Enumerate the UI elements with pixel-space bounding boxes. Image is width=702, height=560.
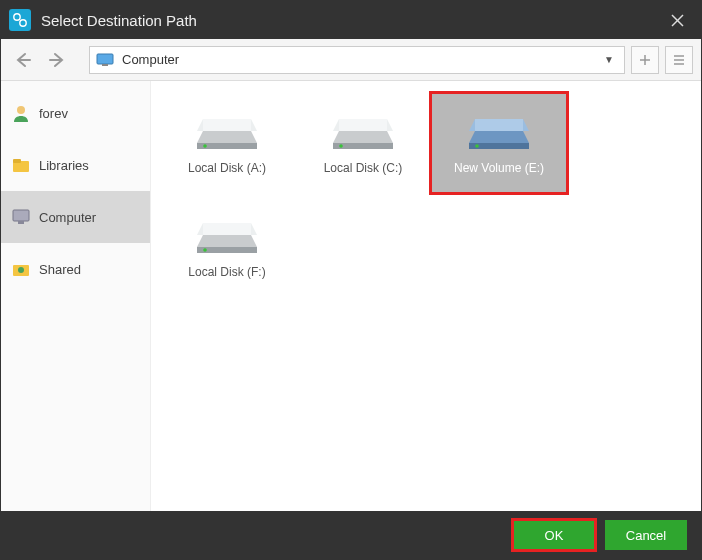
svg-rect-4: [97, 54, 113, 64]
sidebar-item-shared[interactable]: Shared: [1, 243, 150, 295]
path-text: Computer: [122, 52, 600, 67]
drive-label: Local Disk (F:): [188, 265, 265, 279]
svg-rect-14: [13, 210, 29, 221]
svg-marker-33: [197, 235, 257, 247]
main-area: forev Libraries Computer Shared: [1, 81, 701, 511]
new-folder-button[interactable]: [631, 46, 659, 74]
sidebar-item-computer[interactable]: Computer: [1, 191, 150, 243]
svg-rect-15: [18, 221, 24, 224]
cancel-button[interactable]: Cancel: [605, 520, 687, 550]
drive-label: New Volume (E:): [454, 161, 544, 175]
sidebar-item-label: Libraries: [39, 158, 89, 173]
drive-icon: [191, 201, 263, 257]
sidebar-item-libraries[interactable]: Libraries: [1, 139, 150, 191]
sidebar: forev Libraries Computer Shared: [1, 81, 151, 511]
arrow-left-icon: [13, 50, 33, 70]
window-title: Select Destination Path: [41, 12, 657, 29]
svg-marker-23: [333, 131, 393, 143]
libraries-icon: [11, 155, 31, 175]
close-icon: [671, 14, 684, 27]
titlebar: Select Destination Path: [1, 1, 701, 39]
drive-item-f[interactable]: Local Disk (F:): [159, 197, 295, 297]
svg-marker-28: [469, 131, 529, 143]
drive-label: Local Disk (C:): [324, 161, 403, 175]
svg-marker-35: [203, 223, 251, 235]
user-icon: [11, 103, 31, 123]
svg-rect-5: [102, 64, 108, 66]
svg-marker-18: [197, 131, 257, 143]
drive-item-c[interactable]: Local Disk (C:): [295, 93, 431, 193]
drive-item-e[interactable]: New Volume (E:): [431, 93, 567, 193]
svg-marker-25: [339, 119, 387, 131]
back-button[interactable]: [9, 46, 37, 74]
chevron-down-icon[interactable]: ▼: [600, 54, 618, 65]
svg-point-1: [20, 20, 26, 26]
sidebar-item-label: Computer: [39, 210, 96, 225]
ok-button[interactable]: OK: [513, 520, 595, 550]
svg-point-37: [203, 248, 207, 252]
svg-point-32: [475, 144, 479, 148]
drive-label: Local Disk (A:): [188, 161, 266, 175]
drive-icon: [191, 97, 263, 153]
drive-grid: Local Disk (A:) Local Disk (C:) New Volu…: [151, 81, 701, 511]
app-icon: [9, 9, 31, 31]
drive-item-a[interactable]: Local Disk (A:): [159, 93, 295, 193]
view-list-button[interactable]: [665, 46, 693, 74]
drive-icon: [463, 97, 535, 153]
svg-point-27: [339, 144, 343, 148]
svg-point-22: [203, 144, 207, 148]
svg-rect-13: [13, 159, 21, 163]
list-icon: [672, 53, 686, 67]
plus-icon: [638, 53, 652, 67]
svg-point-11: [17, 106, 25, 114]
computer-icon: [96, 53, 114, 67]
svg-point-17: [18, 267, 24, 273]
close-button[interactable]: [657, 1, 697, 39]
arrow-right-icon: [47, 50, 67, 70]
sidebar-item-forev[interactable]: forev: [1, 87, 150, 139]
footer: OK Cancel: [1, 511, 701, 559]
sidebar-item-label: Shared: [39, 262, 81, 277]
shared-icon: [11, 259, 31, 279]
svg-marker-20: [203, 119, 251, 131]
svg-point-0: [14, 14, 20, 20]
computer-icon: [11, 207, 31, 227]
drive-icon: [327, 97, 399, 153]
sidebar-item-label: forev: [39, 106, 68, 121]
svg-marker-30: [475, 119, 523, 131]
toolbar: Computer ▼: [1, 39, 701, 81]
forward-button[interactable]: [43, 46, 71, 74]
path-bar[interactable]: Computer ▼: [89, 46, 625, 74]
